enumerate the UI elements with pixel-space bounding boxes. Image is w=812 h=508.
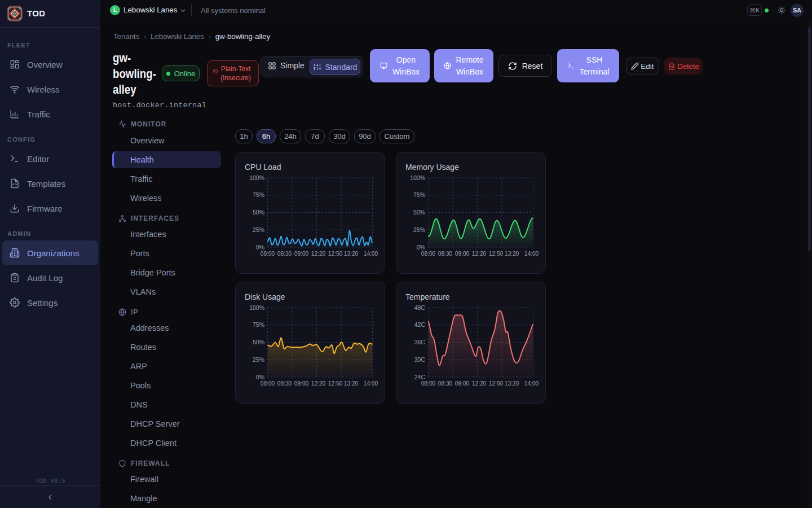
svg-text:12:50: 12:50 bbox=[489, 251, 504, 257]
svg-text:13:20: 13:20 bbox=[344, 251, 359, 257]
svg-text:30C: 30C bbox=[414, 356, 426, 363]
svg-text:14:00: 14:00 bbox=[364, 380, 378, 387]
svg-text:12:50: 12:50 bbox=[489, 380, 504, 387]
svg-text:0%: 0% bbox=[256, 374, 264, 380]
svg-text:25%: 25% bbox=[413, 226, 425, 233]
svg-text:12:20: 12:20 bbox=[311, 380, 326, 387]
svg-text:09:00: 09:00 bbox=[294, 251, 309, 257]
svg-text:08:00: 08:00 bbox=[421, 251, 436, 257]
svg-text:12:50: 12:50 bbox=[328, 380, 343, 387]
svg-text:13:20: 13:20 bbox=[344, 380, 359, 387]
svg-text:0%: 0% bbox=[256, 244, 264, 251]
svg-text:75%: 75% bbox=[413, 191, 425, 198]
svg-text:08:30: 08:30 bbox=[277, 380, 292, 387]
svg-text:08:00: 08:00 bbox=[261, 380, 275, 387]
svg-text:100%: 100% bbox=[249, 174, 264, 181]
svg-text:08:00: 08:00 bbox=[261, 251, 275, 257]
svg-text:08:30: 08:30 bbox=[438, 380, 453, 387]
svg-text:50%: 50% bbox=[253, 339, 264, 345]
svg-text:50%: 50% bbox=[253, 209, 264, 216]
svg-text:25%: 25% bbox=[253, 356, 264, 363]
svg-text:50%: 50% bbox=[413, 209, 425, 216]
svg-text:100%: 100% bbox=[410, 174, 425, 181]
svg-text:09:00: 09:00 bbox=[455, 380, 470, 387]
svg-text:75%: 75% bbox=[253, 321, 264, 328]
svg-text:42C: 42C bbox=[414, 321, 426, 328]
svg-text:25%: 25% bbox=[253, 226, 264, 233]
svg-text:75%: 75% bbox=[253, 191, 264, 198]
svg-text:13:20: 13:20 bbox=[505, 251, 519, 257]
svg-text:24C: 24C bbox=[414, 374, 426, 380]
svg-text:13:20: 13:20 bbox=[505, 380, 519, 387]
svg-text:12:50: 12:50 bbox=[328, 251, 343, 257]
svg-text:14:00: 14:00 bbox=[524, 380, 539, 387]
svg-text:14:00: 14:00 bbox=[364, 251, 378, 257]
svg-text:09:00: 09:00 bbox=[294, 380, 309, 387]
svg-text:08:30: 08:30 bbox=[438, 251, 453, 257]
svg-text:12:20: 12:20 bbox=[472, 380, 487, 387]
svg-text:08:00: 08:00 bbox=[421, 380, 436, 387]
svg-text:0%: 0% bbox=[417, 244, 425, 251]
svg-text:36C: 36C bbox=[414, 339, 426, 345]
svg-text:48C: 48C bbox=[414, 304, 426, 311]
svg-text:14:00: 14:00 bbox=[524, 251, 539, 257]
svg-text:12:20: 12:20 bbox=[311, 251, 326, 257]
svg-text:12:20: 12:20 bbox=[472, 251, 487, 257]
svg-text:08:30: 08:30 bbox=[277, 251, 292, 257]
svg-text:100%: 100% bbox=[249, 304, 264, 311]
svg-text:09:00: 09:00 bbox=[455, 251, 470, 257]
